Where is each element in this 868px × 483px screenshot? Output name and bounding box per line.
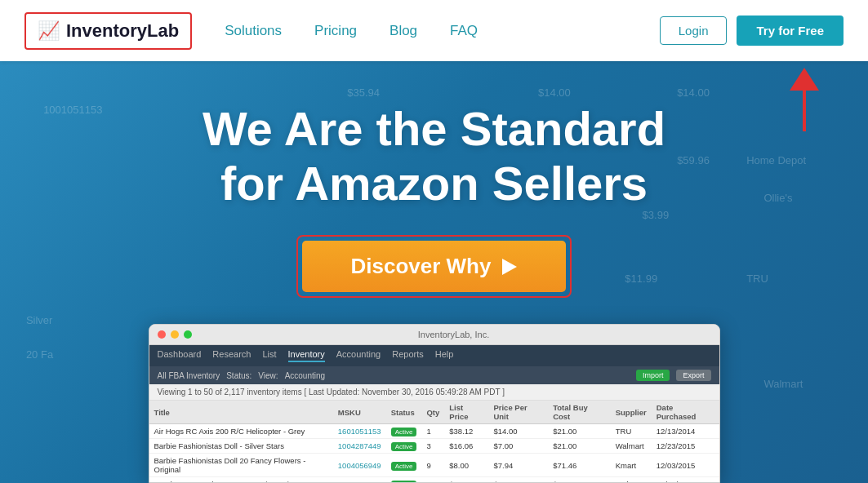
try-free-button[interactable]: Try for Free xyxy=(737,16,844,46)
table-row: Barbie Fashionistas Doll 20 Fancy Flower… xyxy=(149,454,719,477)
discover-why-button[interactable]: Discover Why xyxy=(302,241,567,292)
toolbar-status-label: Status: xyxy=(226,371,251,380)
nav-dashboard[interactable]: Dashboard xyxy=(158,349,202,362)
window-title: InventoryLab, Inc. xyxy=(197,330,711,339)
hero-title: We Are the Standard for Amazon Sellers xyxy=(203,102,665,210)
nav-reports[interactable]: Reports xyxy=(392,349,424,362)
viewing-text: Viewing 1 to 50 of 2,117 inventory items… xyxy=(149,384,719,401)
nav-accounting[interactable]: Accounting xyxy=(336,349,381,362)
cell-price-per-unit: $7.00 xyxy=(488,439,548,454)
arrow-indicator xyxy=(790,68,819,131)
table-row: Air Hogs RC Axis 200 R/C Helicopter - Gr… xyxy=(149,424,719,439)
bg-text-item: 1001051153 xyxy=(43,104,102,116)
cell-list-price: $35.00 xyxy=(444,477,488,483)
cell-list-price: $38.12 xyxy=(444,424,488,439)
cell-msku: 1004056949 xyxy=(333,454,386,477)
logo-text: InventoryLab xyxy=(66,20,179,42)
dashboard-window: InventoryLab, Inc. Dashboard Research Li… xyxy=(149,324,720,483)
bg-text-item: Ollie's xyxy=(763,192,792,204)
col-total-buy-cost: Total Buy Cost xyxy=(548,401,611,424)
col-msku: MSKU xyxy=(333,401,386,424)
window-minimize-dot[interactable] xyxy=(171,330,179,339)
window-toolbar: All FBA Inventory Status: View: Accounti… xyxy=(149,366,719,384)
logo-icon: 📈 xyxy=(38,20,60,42)
table-row: Barbie Fashionistas Doll - Silver Stars … xyxy=(149,439,719,454)
toolbar-view-value: Accounting xyxy=(285,371,325,380)
col-supplier: Supplier xyxy=(611,401,652,424)
bg-text-item: Home Depot xyxy=(746,154,806,166)
cell-msku: 1004287449 xyxy=(333,439,386,454)
window-expand-dot[interactable] xyxy=(184,330,192,339)
cell-qty: 3 xyxy=(421,439,444,454)
cell-date: 12/23/2015 xyxy=(652,439,719,454)
bg-text-item: $35.94 xyxy=(347,86,380,99)
cell-price-per-unit: $5.00 xyxy=(488,477,548,483)
cell-total-buy-cost: $10.00 xyxy=(548,477,611,483)
bg-text-item: 20 Fa xyxy=(26,348,53,361)
nav-list[interactable]: List xyxy=(262,349,276,362)
cell-status: Active xyxy=(386,424,422,439)
col-status: Status xyxy=(386,401,422,424)
cell-date: 11/20/2014 xyxy=(652,477,719,483)
cell-price-per-unit: $14.00 xyxy=(488,424,548,439)
window-close-dot[interactable] xyxy=(158,330,166,339)
cell-total-buy-cost: $21.00 xyxy=(548,439,611,454)
table-row: Bendaroos Royal Fantasy 200 Piece Kit 10… xyxy=(149,477,719,483)
cell-qty: 9 xyxy=(421,454,444,477)
dashboard-screenshot: InventoryLab, Inc. Dashboard Research Li… xyxy=(149,324,720,483)
cell-qty: 1 xyxy=(421,424,444,439)
nav-solutions[interactable]: Solutions xyxy=(225,23,282,39)
export-button[interactable]: Export xyxy=(676,370,710,381)
bg-text-item: $59.96 xyxy=(677,154,710,166)
cell-status: Active xyxy=(386,439,422,454)
nav-pricing[interactable]: Pricing xyxy=(314,23,357,39)
cell-total-buy-cost: $21.00 xyxy=(548,424,611,439)
window-titlebar: InventoryLab, Inc. xyxy=(149,325,719,345)
cell-status: Active xyxy=(386,454,422,477)
nav-research[interactable]: Research xyxy=(212,349,251,362)
cell-title: Barbie Fashionistas Doll 20 Fancy Flower… xyxy=(149,454,333,477)
logo-box[interactable]: 📈 InventoryLab xyxy=(24,12,192,50)
toolbar-inventory-label: All FBA Inventory xyxy=(158,371,220,380)
header: 📈 InventoryLab Solutions Pricing Blog FA… xyxy=(0,0,868,61)
nav-blog[interactable]: Blog xyxy=(389,23,417,39)
cell-date: 12/03/2015 xyxy=(652,454,719,477)
bg-text-item: $11.99 xyxy=(625,273,657,285)
play-icon xyxy=(502,259,517,275)
col-date: Date Purchased xyxy=(652,401,719,424)
cta-wrapper: Discover Why xyxy=(296,235,572,298)
cell-price-per-unit: $7.94 xyxy=(488,454,548,477)
cell-title: Air Hogs RC Axis 200 R/C Helicopter - Gr… xyxy=(149,424,333,439)
hero-section: 1001051153$35.94$14.00$14.00$59.96Home D… xyxy=(0,61,868,483)
nav-inventory[interactable]: Inventory xyxy=(288,349,325,362)
cell-msku: 1601051153 xyxy=(333,424,386,439)
cell-title: Barbie Fashionistas Doll - Silver Stars xyxy=(149,439,333,454)
nav-links: Solutions Pricing Blog FAQ xyxy=(225,23,660,39)
col-qty: Qty xyxy=(421,401,444,424)
cell-qty: 2 xyxy=(421,477,444,483)
nav-faq[interactable]: FAQ xyxy=(450,23,478,39)
cell-msku: 1003876500 xyxy=(333,477,386,483)
bg-text-item: TRU xyxy=(746,273,768,285)
col-list-price: List Price xyxy=(444,401,488,424)
window-nav: Dashboard Research List Inventory Accoun… xyxy=(149,345,719,366)
table-header-row: Title MSKU Status Qty List Price Price P… xyxy=(149,401,719,424)
bg-text-item: $14.00 xyxy=(677,86,710,99)
bg-text-item: Walmart xyxy=(763,378,803,390)
cell-list-price: $8.00 xyxy=(444,454,488,477)
cta-label: Discover Why xyxy=(351,254,492,279)
arrow-line xyxy=(803,91,806,131)
import-button[interactable]: Import xyxy=(636,370,670,381)
cell-supplier: Walmart xyxy=(611,477,652,483)
cell-title: Bendaroos Royal Fantasy 200 Piece Kit xyxy=(149,477,333,483)
inventory-table: Title MSKU Status Qty List Price Price P… xyxy=(149,401,719,482)
login-button[interactable]: Login xyxy=(660,16,728,45)
cell-total-buy-cost: $71.46 xyxy=(548,454,611,477)
bg-text-item: Silver xyxy=(26,314,53,326)
col-price-per-unit: Price Per Unit xyxy=(488,401,548,424)
cell-status: Active xyxy=(386,477,422,483)
cell-supplier: TRU xyxy=(611,424,652,439)
toolbar-view-label: View: xyxy=(258,371,278,380)
cell-supplier: Walmart xyxy=(611,439,652,454)
nav-help[interactable]: Help xyxy=(435,349,454,362)
